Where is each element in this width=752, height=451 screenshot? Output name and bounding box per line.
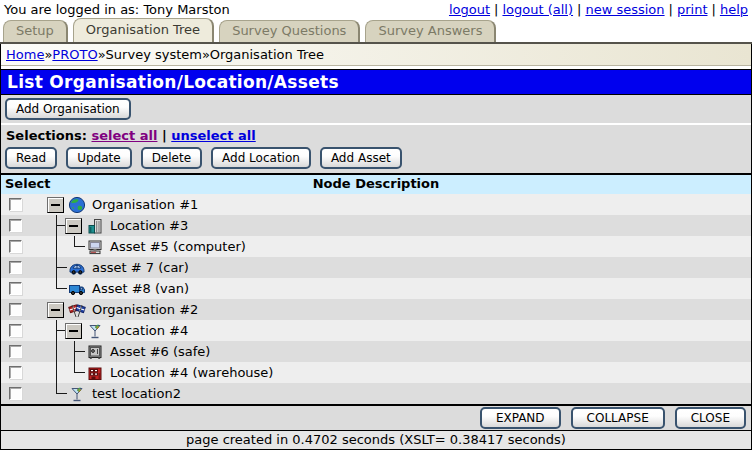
session-link-help[interactable]: help — [720, 2, 748, 17]
bottom-actions-row: EXPANDCOLLAPSECLOSE — [1, 404, 751, 430]
update-button[interactable]: Update — [66, 147, 131, 169]
select-cell — [1, 282, 47, 295]
link-separator: | — [494, 2, 498, 17]
collapse-node-icon[interactable] — [47, 302, 64, 318]
breadcrumb-separator: » — [202, 47, 210, 62]
row-checkbox[interactable] — [9, 198, 22, 211]
tab-organisation-tree[interactable]: Organisation Tree — [73, 18, 214, 42]
unselect-all-link[interactable]: unselect all — [171, 128, 255, 143]
tree-row: Asset #5 (computer) — [1, 236, 751, 257]
warehouse-icon — [86, 364, 104, 382]
tree-node-label: Organisation #1 — [92, 197, 198, 212]
tab-survey-questions[interactable]: Survey Questions — [219, 20, 360, 42]
collapse-node-icon[interactable] — [65, 323, 82, 339]
tree-row: Asset #8 (van) — [1, 278, 751, 299]
car-icon — [68, 259, 86, 277]
breadcrumb-item-proto[interactable]: PROTO — [52, 47, 97, 62]
tree-connector-corner — [65, 236, 83, 257]
select-cell — [1, 261, 47, 274]
tree-node-label: test location2 — [92, 386, 181, 401]
tree-node-label: Organisation #2 — [92, 302, 198, 317]
select-cell — [1, 198, 47, 211]
tree-connector-corner — [47, 278, 65, 299]
tree-connector-branch — [47, 257, 65, 278]
safe-icon — [86, 343, 104, 361]
tab-setup[interactable]: Setup — [3, 20, 68, 42]
tree-node-label: Location #3 — [110, 218, 188, 233]
collapse-node-icon[interactable] — [65, 218, 82, 234]
breadcrumb-item-home[interactable]: Home — [6, 47, 44, 62]
logged-in-label: You are logged in as: Tony Marston — [4, 2, 230, 17]
session-link-new-session[interactable]: new session — [585, 2, 664, 17]
tree-connector-branch — [47, 215, 65, 236]
selections-label: Selections: — [6, 128, 87, 143]
tree-row: Organisation #1 — [1, 194, 751, 215]
link-separator: | — [712, 2, 716, 17]
org-tree: Organisation #1Location #3Asset #5 (comp… — [1, 194, 751, 404]
add-location-button[interactable]: Add Location — [211, 147, 311, 169]
collapse-node-icon[interactable] — [47, 197, 64, 213]
select-cell — [1, 387, 47, 400]
breadcrumb-separator: » — [98, 47, 106, 62]
toolbar-row-add: Add Organisation — [1, 95, 751, 123]
select-cell — [1, 366, 47, 379]
row-checkbox[interactable] — [9, 387, 22, 400]
tree-row: Location #4 (warehouse) — [1, 362, 751, 383]
description-column-header: Node Description — [1, 175, 751, 193]
add-asset-button[interactable]: Add Asset — [320, 147, 402, 169]
tree-connector-branch — [65, 341, 83, 362]
row-checkbox[interactable] — [9, 303, 22, 316]
toolbar: Add Organisation Selections: select all … — [1, 95, 751, 175]
row-checkbox[interactable] — [9, 240, 22, 253]
select-cell — [1, 219, 47, 232]
link-separator: | — [577, 2, 581, 17]
collapse-button[interactable]: COLLAPSE — [571, 407, 665, 429]
martini-icon — [86, 322, 104, 340]
read-button[interactable]: Read — [5, 147, 57, 169]
page-title: List Organisation/Location/Assets — [1, 69, 751, 95]
tree-row: Location #4 — [1, 320, 751, 341]
select-cell — [1, 345, 47, 358]
select-all-link[interactable]: select all — [91, 128, 157, 143]
tree-node-label: Asset #6 (safe) — [110, 344, 210, 359]
page-timing-footer: page created in 0.4702 seconds (XSLT= 0.… — [1, 430, 751, 450]
computer-icon — [86, 238, 104, 256]
breadcrumb-item-organisation-tree: Organisation Tree — [210, 47, 324, 62]
row-checkbox[interactable] — [9, 366, 22, 379]
tree-node-label: Location #4 (warehouse) — [110, 365, 273, 380]
toolbar-buttons-row: ReadUpdateDeleteAdd LocationAdd Asset — [1, 145, 751, 173]
session-link-logout[interactable]: logout — [449, 2, 490, 17]
select-cell — [1, 324, 47, 337]
session-link-logout-all[interactable]: logout (all) — [502, 2, 573, 17]
row-checkbox[interactable] — [9, 345, 22, 358]
top-bar: You are logged in as: Tony Marston logou… — [0, 0, 752, 18]
select-cell — [1, 303, 47, 316]
table-header: Select Node Description — [1, 175, 751, 194]
row-checkbox[interactable] — [9, 261, 22, 274]
tree-connector-corner — [65, 362, 83, 383]
tab-survey-answers[interactable]: Survey Answers — [365, 20, 496, 42]
delete-button[interactable]: Delete — [141, 147, 202, 169]
tree-row: Asset #6 (safe) — [1, 341, 751, 362]
tree-row: test location2 — [1, 383, 751, 404]
session-link-print[interactable]: print — [677, 2, 708, 17]
tree-connector-corner — [47, 383, 65, 404]
expand-button[interactable]: EXPAND — [480, 407, 561, 429]
flags-icon — [68, 301, 86, 319]
pipe-separator: | — [162, 128, 167, 143]
tree-node-label: Asset #5 (computer) — [110, 239, 246, 254]
tree-row: Organisation #2 — [1, 299, 751, 320]
close-button[interactable]: CLOSE — [675, 407, 746, 429]
selections-row: Selections: select all | unselect all — [1, 125, 751, 145]
row-checkbox[interactable] — [9, 219, 22, 232]
tree-node-label: asset # 7 (car) — [92, 260, 189, 275]
row-checkbox[interactable] — [9, 324, 22, 337]
tree-connector-vline — [47, 362, 65, 383]
row-checkbox[interactable] — [9, 282, 22, 295]
add-organisation-button[interactable]: Add Organisation — [5, 98, 131, 120]
tree-row: asset # 7 (car) — [1, 257, 751, 278]
globe-icon — [68, 196, 86, 214]
tree-connector-vline — [47, 341, 65, 362]
tab-strip: SetupOrganisation TreeSurvey QuestionsSu… — [0, 18, 752, 44]
breadcrumb: Home»PROTO»Survey system»Organisation Tr… — [1, 44, 751, 66]
